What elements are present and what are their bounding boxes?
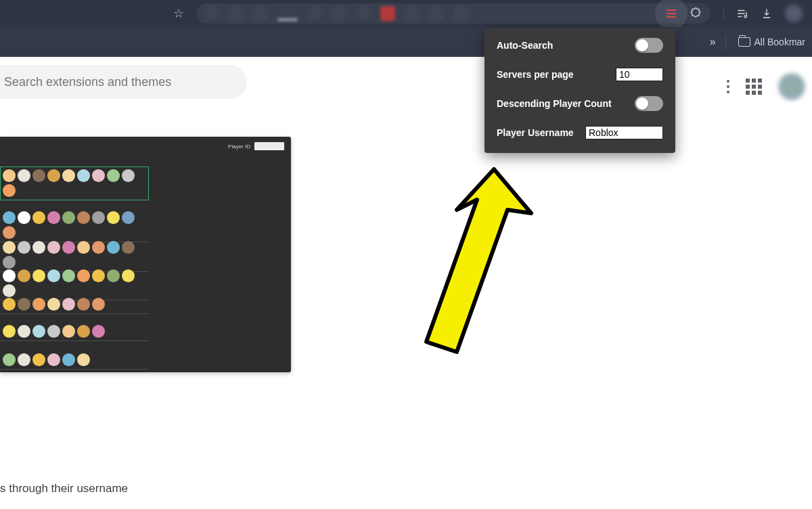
server-row (0, 322, 149, 341)
search-input[interactable] (4, 75, 247, 89)
music-queue-icon[interactable] (736, 7, 748, 20)
divider (723, 7, 724, 20)
store-search-bar[interactable] (0, 65, 247, 99)
folder-icon (738, 37, 750, 47)
ext-blob-icon (453, 6, 468, 21)
omnibox[interactable] (196, 3, 710, 24)
extensions-puzzle-icon[interactable] (689, 7, 702, 20)
ext-blob-icon (380, 6, 395, 21)
username-input[interactable] (585, 126, 663, 139)
ext-blob-icon (405, 6, 420, 21)
chrome-left: ☆ (0, 0, 189, 27)
servers-per-page-input[interactable] (616, 68, 663, 81)
ext-blob-icon (277, 18, 298, 21)
apps-grid-icon[interactable] (746, 79, 762, 95)
descending-row: Descending Player Count (497, 96, 663, 111)
ext-blob-icon (429, 6, 444, 21)
profile-avatar[interactable] (778, 73, 805, 100)
page-content: Player ID s through their username (0, 57, 812, 509)
kebab-menu-icon[interactable] (727, 80, 729, 93)
bookmark-star-icon[interactable]: ☆ (173, 6, 184, 21)
ext-blob-icon (204, 6, 219, 21)
extension-screenshot: Player ID (0, 137, 291, 372)
username-row: Player Username (497, 126, 663, 139)
download-icon[interactable] (761, 7, 773, 20)
bookmarks-bar: » All Bookmar (0, 27, 812, 57)
auto-search-toggle[interactable] (635, 38, 663, 53)
descending-toggle[interactable] (635, 96, 663, 111)
page-top-right (727, 73, 805, 100)
username-label: Player Username (497, 127, 574, 138)
thumb-header: Player ID (228, 142, 284, 150)
descending-label: Descending Player Count (497, 98, 612, 109)
ext-blob-icon (253, 6, 268, 21)
active-extension-icon[interactable] (663, 5, 679, 22)
chrome-right (717, 5, 812, 22)
bookmarks-overflow-icon[interactable]: » (710, 36, 713, 48)
ext-blob-icon (307, 6, 322, 21)
server-row (0, 167, 149, 200)
server-row (0, 295, 149, 314)
extension-popup: Auto-Search Servers per page Descending … (484, 28, 675, 153)
servers-per-page-row: Servers per page (497, 68, 663, 81)
ext-blob-icon (356, 6, 371, 21)
omnibox-area (189, 0, 717, 27)
auto-search-label: Auto-Search (497, 40, 553, 51)
extension-description-fragment: s through their username (0, 482, 128, 495)
server-row (0, 351, 149, 370)
bookmarks-label: All Bookmar (754, 37, 805, 47)
hamburger-icon (667, 9, 676, 18)
servers-per-page-label: Servers per page (497, 69, 574, 80)
server-row (0, 208, 149, 242)
auto-search-row: Auto-Search (497, 38, 663, 53)
player-id-label: Player ID (228, 143, 250, 150)
all-bookmarks-button[interactable]: All Bookmar (738, 37, 805, 47)
ext-blob-icon (332, 6, 346, 21)
player-id-box (254, 142, 284, 150)
ext-blob-icon (229, 6, 244, 21)
browser-toolbar: ☆ (0, 0, 812, 27)
divider (725, 35, 726, 49)
browser-menu-icon[interactable] (785, 5, 803, 22)
